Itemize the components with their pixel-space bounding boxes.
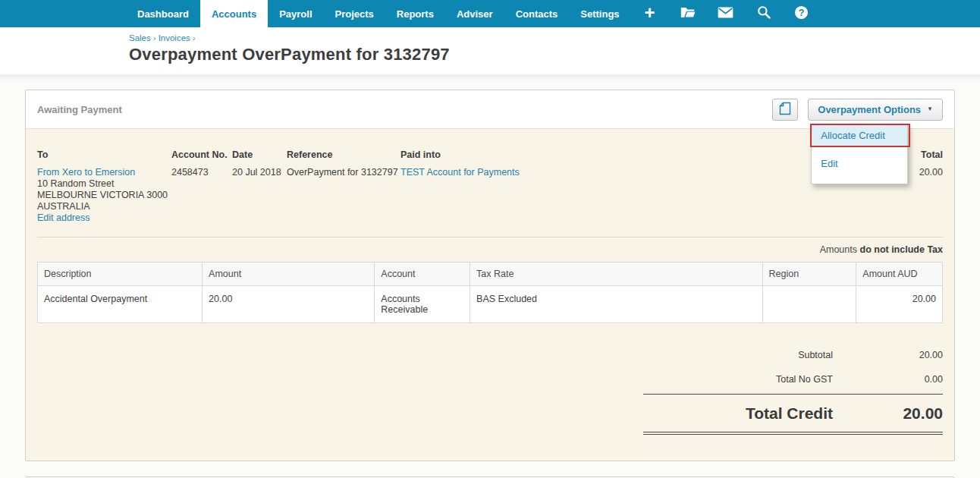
menu-item-allocate-credit[interactable]: Allocate Credit: [812, 124, 907, 146]
reference-block: Reference OverPayment for 3132797: [287, 149, 400, 224]
mail-icon: [718, 7, 733, 21]
nav-item-settings[interactable]: Settings: [569, 0, 630, 27]
help-icon: ?: [794, 5, 809, 23]
top-nav: Dashboard Accounts Payroll Projects Repo…: [0, 0, 980, 27]
print-pdf-button[interactable]: [772, 99, 798, 121]
edit-label: Edit: [821, 158, 837, 169]
breadcrumb-separator: ›: [193, 33, 196, 42]
account-no-block: Account No. 2458473: [171, 149, 232, 224]
nav-item-accounts[interactable]: Accounts: [200, 0, 268, 27]
col-region: Region: [762, 263, 856, 286]
add-new-button[interactable]: +: [631, 0, 669, 27]
breadcrumb-sales-link[interactable]: Sales: [129, 33, 151, 42]
total-no-gst-value: 0.00: [833, 374, 943, 385]
total-credit-value: 20.00: [833, 404, 943, 423]
plus-icon: +: [645, 4, 655, 22]
tax-note-prefix: Amounts: [820, 244, 857, 255]
total-value: 20.00: [919, 167, 943, 178]
edit-address-link[interactable]: Edit address: [37, 212, 90, 223]
tax-note-bold: do not include Tax: [860, 244, 944, 255]
breadcrumb-invoices-link[interactable]: Invoices: [159, 33, 190, 42]
document-icon: [779, 102, 791, 118]
cell-tax-rate: BAS Excluded: [470, 286, 762, 323]
total-credit-row: Total Credit 20.00: [643, 395, 943, 435]
subtotal-row: Subtotal 20.00: [643, 343, 943, 367]
cell-description: Accidental Overpayment: [38, 286, 203, 323]
to-block: To From Xero to Emersion 10 Random Stree…: [37, 149, 171, 224]
overpayment-options-menu: Allocate Credit Edit: [811, 124, 908, 184]
contact-link[interactable]: From Xero to Emersion: [37, 167, 135, 178]
subtotal-value: 20.00: [833, 350, 943, 360]
cell-amount: 20.00: [203, 286, 375, 323]
nav-item-projects[interactable]: Projects: [324, 0, 385, 27]
chevron-down-icon: ▼: [927, 106, 933, 112]
date-label: Date: [232, 149, 287, 161]
tax-note: Amounts do not include Tax: [37, 244, 943, 255]
col-description: Description: [38, 263, 203, 286]
breadcrumb-separator: ›: [153, 33, 156, 42]
nav-item-adviser[interactable]: Adviser: [445, 0, 504, 27]
search-button[interactable]: [745, 0, 783, 27]
total-no-gst-label: Total No GST: [643, 374, 833, 385]
reference-value: OverPayment for 3132797: [287, 167, 400, 178]
invoice-meta: To From Xero to Emersion 10 Random Stree…: [37, 149, 943, 224]
cell-region: [762, 286, 856, 323]
page-content: Awaiting Payment Overpayment Options ▼: [0, 74, 980, 478]
nav-item-contacts[interactable]: Contacts: [504, 0, 570, 27]
section-divider: [37, 237, 943, 237]
nav-item-dashboard[interactable]: Dashboard: [126, 0, 200, 27]
status-badge: Awaiting Payment: [37, 104, 122, 115]
files-button[interactable]: [669, 0, 707, 27]
col-tax-rate: Tax Rate: [470, 263, 762, 286]
table-row: Accidental Overpayment 20.00 Accounts Re…: [38, 286, 943, 323]
total-label: Total: [919, 149, 943, 161]
cell-account: Accounts Receivable: [375, 286, 470, 323]
overpayment-options-button[interactable]: Overpayment Options ▼: [808, 99, 943, 121]
search-icon: [757, 5, 771, 22]
cell-amount-aud: 20.00: [856, 286, 943, 323]
total-credit-label: Total Credit: [643, 404, 833, 423]
page-title: Overpayment OverPayment for 3132797: [129, 45, 980, 64]
page-header: Sales›Invoices› Overpayment OverPayment …: [0, 27, 980, 74]
messages-button[interactable]: [707, 0, 745, 27]
col-amount-aud: Amount AUD: [856, 263, 943, 286]
total-no-gst-row: Total No GST 0.00: [643, 367, 943, 392]
total-block: Total 20.00: [919, 149, 943, 224]
overpayment-options-wrap: Overpayment Options ▼ Allocate Credit Ed…: [808, 99, 943, 121]
totals-block: Subtotal 20.00 Total No GST 0.00 Total C…: [643, 343, 943, 435]
address-line: AUSTRALIA: [37, 201, 171, 212]
svg-text:?: ?: [799, 7, 805, 17]
breadcrumb: Sales›Invoices›: [129, 33, 980, 42]
folder-icon: [680, 6, 696, 22]
col-amount: Amount: [203, 263, 375, 286]
address-line: 10 Random Street: [37, 178, 171, 190]
account-no-label: Account No.: [171, 149, 232, 161]
overpayment-options-label: Overpayment Options: [818, 104, 921, 115]
date-block: Date 20 Jul 2018: [232, 149, 287, 224]
allocate-credit-label: Allocate Credit: [821, 130, 885, 141]
panel-header: Awaiting Payment Overpayment Options ▼: [26, 90, 954, 128]
account-no-value: 2458473: [171, 167, 232, 178]
nav-item-reports[interactable]: Reports: [385, 0, 445, 27]
to-label: To: [37, 149, 171, 161]
menu-item-edit[interactable]: Edit: [812, 146, 907, 184]
paid-into-account-link[interactable]: TEST Account for Payments: [400, 167, 520, 178]
col-account: Account: [375, 263, 470, 286]
overpayment-panel: Awaiting Payment Overpayment Options ▼: [25, 90, 955, 461]
nav-item-payroll[interactable]: Payroll: [268, 0, 323, 27]
line-items-table: Description Amount Account Tax Rate Regi…: [37, 262, 943, 323]
date-value: 20 Jul 2018: [232, 167, 287, 178]
table-header-row: Description Amount Account Tax Rate Regi…: [38, 263, 943, 286]
header-actions: Overpayment Options ▼ Allocate Credit Ed…: [772, 99, 943, 121]
subtotal-label: Subtotal: [643, 350, 833, 360]
reference-label: Reference: [287, 149, 400, 161]
help-button[interactable]: ?: [783, 0, 821, 27]
address-line: MELBOURNE VICTORIA 3000: [37, 190, 171, 201]
